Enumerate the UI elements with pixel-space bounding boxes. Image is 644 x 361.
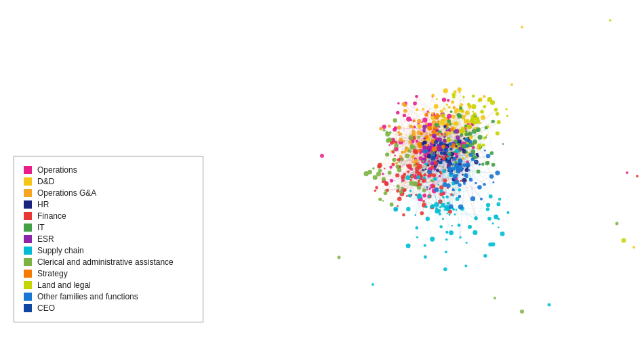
legend-box: OperationsD&DOperations G&AHRFinanceITES… xyxy=(14,156,203,322)
legend-label: IT xyxy=(37,223,45,232)
legend-item: Operations G&A xyxy=(24,188,193,198)
legend-swatch xyxy=(24,200,32,209)
legend-swatch xyxy=(24,270,32,278)
legend-label: Supply chain xyxy=(37,246,84,255)
legend-item: IT xyxy=(24,223,193,232)
legend-label: CEO xyxy=(37,303,55,313)
legend-item: D&D xyxy=(24,177,193,186)
legend-swatch xyxy=(24,224,32,232)
legend-item: ESR xyxy=(24,234,193,244)
legend-label: Operations xyxy=(37,165,77,175)
legend-item: Other families and functions xyxy=(24,292,193,301)
legend-label: Land and legal xyxy=(37,280,91,290)
legend-item: CEO xyxy=(24,303,193,313)
legend-swatch xyxy=(24,258,32,266)
legend-item: Supply chain xyxy=(24,246,193,255)
legend-label: Finance xyxy=(37,211,66,221)
legend-label: Operations G&A xyxy=(37,188,96,198)
legend-swatch xyxy=(24,177,32,186)
legend-swatch xyxy=(24,247,32,255)
legend-swatch xyxy=(24,212,32,220)
legend-item: Finance xyxy=(24,211,193,221)
legend-label: D&D xyxy=(37,177,54,186)
legend-item: HR xyxy=(24,200,193,209)
legend-label: ESR xyxy=(37,234,54,244)
legend-label: Strategy xyxy=(37,269,68,278)
legend-item: Operations xyxy=(24,165,193,175)
legend-swatch xyxy=(24,189,32,197)
legend-swatch xyxy=(24,304,32,312)
legend-label: Other families and functions xyxy=(37,292,138,301)
legend-swatch xyxy=(24,166,32,174)
legend-swatch xyxy=(24,293,32,301)
legend-item: Land and legal xyxy=(24,280,193,290)
legend-item: Clerical and administrative assistance xyxy=(24,257,193,267)
legend-item: Strategy xyxy=(24,269,193,278)
legend-label: HR xyxy=(37,200,49,209)
legend-label: Clerical and administrative assistance xyxy=(37,257,174,267)
legend-swatch xyxy=(24,281,32,289)
network-graph xyxy=(203,0,644,361)
legend-swatch xyxy=(24,235,32,243)
